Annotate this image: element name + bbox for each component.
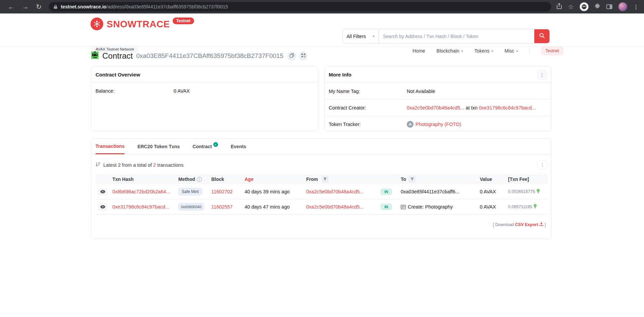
gas-lightbulb-icon[interactable] <box>536 189 540 195</box>
col-from: From <box>303 176 381 183</box>
method-badge[interactable]: Safe Mint <box>178 188 202 195</box>
token-tracker-row: Token Tracker: Photography (FOTO) <box>325 116 551 132</box>
preview-tx-button[interactable] <box>98 203 107 211</box>
transactions-table: Txn Hash Method i Block Age From <box>96 174 548 215</box>
contract-address: 0xa03E85F4411e37CBAff635975bf38cB2737F00… <box>136 52 284 60</box>
transactions-panel: Transactions ERC20 Token Txns Contract ✓… <box>91 138 551 239</box>
contract-identicon <box>91 52 99 60</box>
transactions-summary: Latest 2 from a total of 2 transactions <box>96 162 184 168</box>
txn-fee-value: 0.0026515775 <box>508 189 535 194</box>
transaction-count: 2 <box>153 162 156 168</box>
more-info-card-title: More Info <box>329 72 352 77</box>
bookmark-star-icon[interactable]: ☆ <box>568 3 574 11</box>
tab-erc20-token-txns[interactable]: ERC20 Token Txns <box>137 139 180 154</box>
transactions-menu-button[interactable]: ⋮ <box>538 160 547 169</box>
txn-fee-value: 0.065711195 <box>508 204 532 209</box>
download-icon <box>539 222 544 227</box>
filter-from-icon[interactable] <box>322 176 329 183</box>
tab-bar: Transactions ERC20 Token Txns Contract ✓… <box>92 139 551 154</box>
from-address-link[interactable]: 0xa2c5e0bd70b48a4cd5... <box>306 189 364 194</box>
search-filter-dropdown[interactable]: All Filters ▾ <box>343 29 379 43</box>
col-method: Method i <box>176 177 209 182</box>
txn-hash-link[interactable]: 0xe31798c6c84c97bacd... <box>112 204 169 210</box>
reload-icon[interactable]: ↻ <box>36 3 42 10</box>
contract-creator-row: Contract Creator: 0xa2c5e0bd70b48a4cd5..… <box>325 99 551 116</box>
col-txn-fee: [Txn Fee] <box>505 177 548 182</box>
tab-transactions[interactable]: Transactions <box>96 139 124 154</box>
token-tracker-link[interactable]: Photography (FOTO) <box>416 122 461 127</box>
brand-name: SNOWTRACE <box>107 19 170 30</box>
site-header: SNOWTRACE Testnet AVAX Testnet Network A… <box>0 13 644 46</box>
table-row: 0x8b698ac72bd20b2a64... Safe Mint 116027… <box>96 184 548 199</box>
page-type-label: Contract <box>102 51 133 61</box>
direction-badge: IN <box>381 188 392 195</box>
brand-testnet-badge: Testnet <box>173 18 194 24</box>
url-path: /address/0xa03e85f4411e37cbaff635975bf38… <box>106 4 228 9</box>
verified-check-icon: ✓ <box>213 142 218 147</box>
to-address: 0xa03e85f4411e37cbaff6... <box>397 189 476 194</box>
search-icon <box>539 33 545 39</box>
tab-contract[interactable]: Contract ✓ <box>192 139 218 154</box>
copy-icon <box>290 53 294 59</box>
chevron-down-icon: ▾ <box>373 34 374 38</box>
tab-events[interactable]: Events <box>231 139 246 154</box>
name-tag-value: Not Available <box>407 89 435 94</box>
copy-address-button[interactable] <box>287 52 296 60</box>
sort-icon <box>96 162 101 168</box>
lock-icon <box>53 4 58 9</box>
url-domain: testnet.snowtrace.io <box>61 4 106 9</box>
table-header: Txn Hash Method i Block Age From <box>96 174 548 184</box>
browser-menu-icon[interactable]: ⋮ <box>633 4 639 10</box>
token-tracker-label: Token Tracker: <box>329 122 407 127</box>
side-panel-icon[interactable] <box>606 4 612 9</box>
search-bar: All Filters ▾ <box>342 29 550 43</box>
col-to: To <box>397 176 476 183</box>
block-link[interactable]: 11602557 <box>211 204 232 210</box>
contract-creator-label: Contract Creator: <box>329 105 407 110</box>
creator-join-text: at txn <box>466 105 477 110</box>
table-row: 0xe31798c6c84c97bacd... 0x60806040 11602… <box>96 199 548 215</box>
search-input[interactable] <box>379 29 534 43</box>
qr-code-button[interactable] <box>299 52 308 60</box>
share-icon[interactable] <box>557 3 562 10</box>
method-badge[interactable]: 0x60806040 <box>178 203 204 211</box>
info-icon[interactable]: i <box>197 177 202 182</box>
col-txn-hash: Txn Hash <box>110 177 176 182</box>
profile-avatar[interactable] <box>618 2 627 11</box>
extension-avatar-icon[interactable] <box>580 2 588 11</box>
browser-toolbar: ← → ↻ testnet.snowtrace.io /address/0xa0… <box>0 0 644 13</box>
age-value: 40 days 47 mins ago <box>242 204 303 210</box>
extensions-puzzle-icon[interactable] <box>595 3 600 10</box>
more-info-card: More Info ⋮ My Name Tag: Not Available C… <box>324 66 551 131</box>
address-bar[interactable]: testnet.snowtrace.io /address/0xa03e85f4… <box>49 2 551 11</box>
csv-export-row: [ Download CSV Export ] <box>96 222 547 227</box>
contract-doc-icon <box>401 205 406 209</box>
qr-code-icon <box>301 53 306 59</box>
name-tag-row: My Name Tag: Not Available <box>325 83 551 99</box>
gas-lightbulb-icon[interactable] <box>533 204 537 210</box>
to-contract-name: Create: Photography <box>408 204 453 210</box>
csv-export-link[interactable]: CSV Export <box>515 222 538 227</box>
balance-value: 0 AVAX <box>174 88 190 94</box>
filter-to-icon[interactable] <box>408 176 416 183</box>
value-cell: 0 AVAX <box>476 204 505 210</box>
back-icon[interactable]: ← <box>8 3 14 10</box>
from-address-link[interactable]: 0xa2c5e0bd70b48a4cd5... <box>306 204 364 210</box>
creator-address-link[interactable]: 0xa2c5e0bd70b48a4cd5... <box>407 105 464 110</box>
age-value: 40 days 39 mins ago <box>242 189 303 194</box>
txn-hash-link[interactable]: 0x8b698ac72bd20b2a64... <box>112 189 170 194</box>
creator-txn-link[interactable]: 0xe31798c6c84c97bacd... <box>479 105 536 110</box>
block-link[interactable]: 11602702 <box>211 189 232 194</box>
balance-label: Balance: <box>96 88 174 94</box>
contract-overview-card: Contract Overview Balance: 0 AVAX <box>91 66 318 131</box>
snowtrace-logo[interactable]: SNOWTRACE Testnet <box>91 18 194 30</box>
direction-badge: IN <box>381 203 392 210</box>
snowflake-icon <box>91 18 103 30</box>
forward-icon[interactable]: → <box>22 3 29 10</box>
name-tag-label: My Name Tag: <box>329 89 407 94</box>
search-button[interactable] <box>534 29 549 43</box>
preview-tx-button[interactable] <box>98 188 107 195</box>
more-info-menu-button[interactable]: ⋮ <box>537 70 547 80</box>
page-title: Contract 0xa03E85F4411e37CBAff635975bf38… <box>91 51 551 61</box>
col-age[interactable]: Age <box>242 177 303 182</box>
